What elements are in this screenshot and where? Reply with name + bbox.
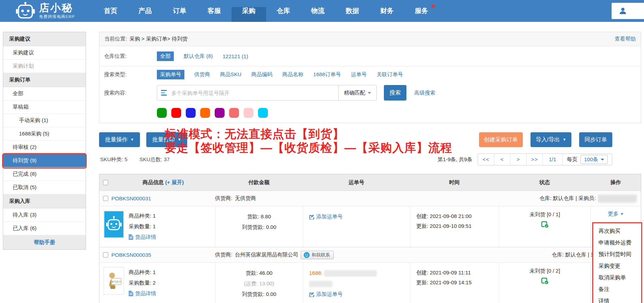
caret-down-icon: ▼ xyxy=(563,138,566,141)
menu-item-buy-again[interactable]: 再次购买 xyxy=(593,225,641,237)
row-checkbox[interactable] xyxy=(103,252,108,257)
svg-text:暂无图片: 暂无图片 xyxy=(111,280,121,283)
warehouse-option-all[interactable]: 全部 xyxy=(157,51,174,61)
create-purchase-order-button[interactable]: 创建采购订单 xyxy=(479,132,523,147)
menu-item-extra-freight[interactable]: 申请额外运费 xyxy=(593,237,641,248)
color-tag-pink[interactable] xyxy=(244,108,253,118)
prev-page-button[interactable]: < xyxy=(494,154,510,165)
supplier-label: 供货商: xyxy=(215,195,232,202)
order-number-link[interactable]: POBKSN000031 xyxy=(111,195,215,201)
warehouse-option-122121[interactable]: 122121 (1) xyxy=(223,53,249,59)
first-page-button[interactable]: << xyxy=(478,154,494,165)
menu-item-cancel-order[interactable]: 取消采购单 xyxy=(593,272,641,283)
wangwang-messenger-icon xyxy=(303,252,310,258)
color-tag-green[interactable] xyxy=(157,108,167,118)
nav-products[interactable]: 产品 xyxy=(128,0,162,22)
search-type-related-order[interactable]: 关联订单号 xyxy=(376,71,403,78)
next-page-button[interactable]: > xyxy=(510,154,527,165)
color-tag-orange[interactable] xyxy=(200,108,210,118)
supplier-name: 台州英信家居用品有限公司 xyxy=(235,252,298,258)
search-type-product-name[interactable]: 商品名称 xyxy=(282,71,303,78)
nav-customer-service[interactable]: 客服 xyxy=(197,0,232,22)
search-content-row: 搜索内容: 精确匹配 搜索 高级搜索 xyxy=(99,83,641,103)
search-type-supplier[interactable]: 供货商 xyxy=(194,71,210,78)
record-range: 第1-9条, 共9条 xyxy=(438,156,472,163)
search-type-waybill[interactable]: 运单号 xyxy=(351,71,367,78)
app-logo[interactable]: 店小秘 免费跨境电商ERP xyxy=(16,2,75,20)
select-all-checkbox[interactable] xyxy=(103,180,108,185)
contact-me-button[interactable]: 和我联系 xyxy=(301,251,334,259)
search-type-product-code[interactable]: 商品编码 xyxy=(251,71,272,78)
search-input[interactable] xyxy=(171,90,338,96)
sidebar-item-pending-arrival[interactable]: 待到货 (9) xyxy=(3,154,86,168)
sidebar-item-pending-inbound[interactable]: 待入库 (3) xyxy=(3,208,86,222)
color-tag-salmon[interactable] xyxy=(229,108,239,118)
row-checkbox[interactable] xyxy=(103,196,108,201)
add-waybill-link[interactable]: 添加运单号 xyxy=(309,211,343,222)
sync-orders-button[interactable]: 同步订单 xyxy=(579,132,612,147)
nav-logistics[interactable]: 物流 xyxy=(301,0,335,22)
match-mode-select[interactable]: 精确匹配 xyxy=(338,85,376,100)
nav-home[interactable]: 首页 xyxy=(93,0,128,22)
menu-item-purchase-change[interactable]: 采购变更 xyxy=(593,260,641,272)
nav-services[interactable]: 服务 xyxy=(404,0,439,22)
breadcrumb: 当前位置: 采购 > 采购订单> 待到货 查看帮助 xyxy=(99,32,641,46)
add-waybill-link[interactable]: 添加运单号 xyxy=(309,289,343,299)
sidebar-help-manual-link[interactable]: 帮助手册 xyxy=(3,235,86,249)
more-actions-link[interactable]: 更多▼ xyxy=(608,211,624,217)
menu-item-expected-arrival[interactable]: 预计到货时间 xyxy=(593,248,641,260)
search-type-sku[interactable]: 商品SKU xyxy=(220,71,241,78)
sidebar-item-pending-review[interactable]: 待审核 (2) xyxy=(3,141,86,154)
sidebar-item-cancelled[interactable]: 已取消 (5) xyxy=(3,181,86,194)
sidebar-section-purchase-suggestion: 采购建议 xyxy=(3,32,86,46)
batch-operations-button[interactable]: 批量操作▼ xyxy=(99,132,140,147)
search-type-1688-order[interactable]: 1688订单号 xyxy=(313,71,341,78)
sidebar-item-1688-purchase[interactable]: 1688采购 (5) xyxy=(3,127,86,141)
color-tag-red[interactable] xyxy=(171,108,181,118)
sidebar-item-purchase-plan[interactable]: 采购计划 xyxy=(3,60,86,73)
nav-data[interactable]: 数据 xyxy=(335,0,370,22)
search-button[interactable]: 搜索 xyxy=(384,85,406,101)
order-number-link[interactable]: POBKSN000035 xyxy=(111,252,215,258)
payment-amount-line: 货款: 8.80 xyxy=(215,211,303,222)
nav-purchase[interactable]: 采购 xyxy=(232,0,266,22)
product-thumbnail[interactable]: 暂无图片 xyxy=(104,267,124,295)
view-help-link[interactable]: 查看帮助 xyxy=(615,36,636,42)
advanced-search-link[interactable]: 高级搜索 xyxy=(414,90,435,96)
updated-time-line: 更新: 2021-09-09 14:15 xyxy=(416,278,499,287)
menu-item-details[interactable]: 详情 xyxy=(593,295,641,303)
menu-item-remark[interactable]: 备注 xyxy=(593,283,641,295)
warehouse-buyer-label: 仓库: 默认仓库 | 采购员: xyxy=(539,195,596,202)
goods-detail-link[interactable]: 货品详情 xyxy=(129,232,156,242)
goods-detail-link[interactable]: 货品详情 xyxy=(129,288,156,299)
nav-warehouse[interactable]: 仓库 xyxy=(266,0,301,22)
nav-orders[interactable]: 订单 xyxy=(162,0,197,22)
sidebar-item-purchase-suggestion[interactable]: 采购建议 xyxy=(3,46,86,60)
sidebar-section-purchase-orders: 采购订单 xyxy=(3,73,86,87)
color-tag-purple[interactable] xyxy=(215,108,225,118)
last-page-button[interactable]: >> xyxy=(527,154,543,165)
sidebar-item-drafts[interactable]: 草稿箱 xyxy=(3,101,86,114)
per-page-select[interactable]: 100条 xyxy=(581,155,608,164)
logo-subtitle: 免费跨境电商ERP xyxy=(39,14,75,19)
sku-total-stat: SKU总数: 37 xyxy=(140,156,170,163)
warehouse-option-default[interactable]: 默认仓库 (8) xyxy=(184,53,213,60)
sidebar-item-manual-purchase[interactable]: 手动采购 (1) xyxy=(3,114,86,127)
user-account-button[interactable] xyxy=(612,3,644,19)
color-tag-blue[interactable] xyxy=(186,108,196,118)
sign-receipt-status-icon[interactable] xyxy=(541,220,549,228)
sidebar-item-completed[interactable]: 已完成 (8) xyxy=(3,168,86,181)
header-waybill: 运单号 xyxy=(303,179,410,186)
filter-lines-icon xyxy=(161,90,168,96)
sign-receipt-status-icon[interactable] xyxy=(541,277,549,285)
redacted-buyer-name xyxy=(598,195,637,202)
expand-all-link[interactable]: (+ 展开) xyxy=(165,179,184,185)
import-export-button[interactable]: 导入/导出▼ xyxy=(530,132,571,147)
color-tag-cyan[interactable] xyxy=(258,108,268,118)
product-thumbnail[interactable] xyxy=(104,211,124,238)
search-type-po-number[interactable]: 采购单号 xyxy=(157,70,184,79)
annotation-line2: 要走【签收管理】—【收货质检】—【采购入库】流程 xyxy=(165,141,452,154)
sidebar-item-inbound-done[interactable]: 已入库 (6) xyxy=(3,222,86,235)
sidebar-item-all[interactable]: 全部 xyxy=(3,87,86,101)
nav-finance[interactable]: 财务 xyxy=(370,0,404,22)
